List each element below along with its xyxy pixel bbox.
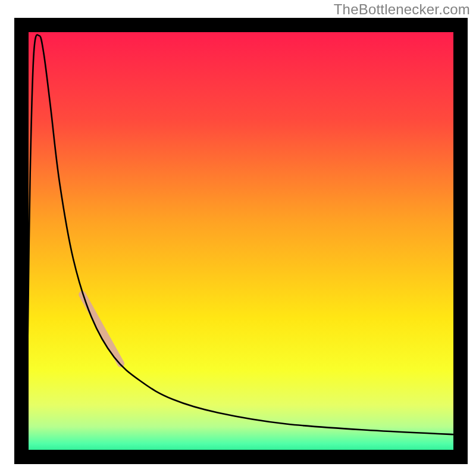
bottleneck-chart — [0, 0, 476, 476]
watermark-text: TheBottlenecker.com — [334, 1, 470, 18]
chart-stage: TheBottlenecker.com — [0, 0, 476, 476]
gradient-background — [21, 25, 461, 457]
